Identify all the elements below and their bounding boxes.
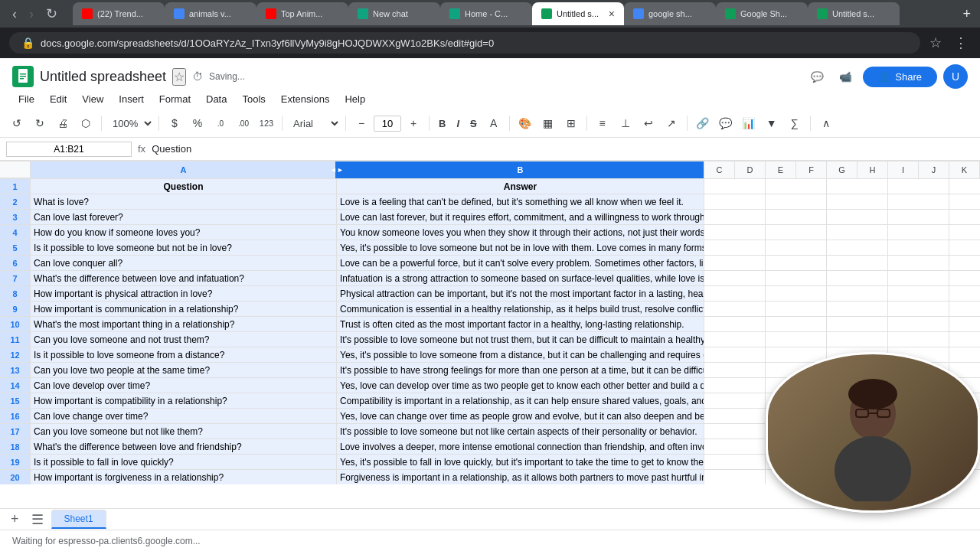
filter-button[interactable]: ▼ [761,112,782,134]
chart-button[interactable]: 📊 [738,112,760,134]
cell-col-g[interactable] [949,194,980,209]
row-number[interactable]: 14 [0,378,31,393]
forward-button[interactable]: › [26,5,37,24]
cell-col-c[interactable] [704,455,766,469]
row-number[interactable]: 3 [0,210,31,224]
tab-9-close[interactable]: × [884,8,890,20]
tab-4[interactable]: New chat × [348,2,440,25]
row-number[interactable]: 12 [0,347,31,362]
col-header-g[interactable]: G [827,161,858,178]
italic-button[interactable]: I [452,116,464,131]
cell-a[interactable]: What's the most important thing in a rel… [31,317,337,331]
cell-col-d[interactable] [766,210,827,224]
col-b-left-resize[interactable]: ◄► [335,161,338,178]
sheet-menu-button[interactable]: ☰ [27,510,48,530]
cell-a[interactable]: Can love last forever? [31,210,337,224]
format-decrease-decimal-button[interactable]: .0 [210,112,231,134]
cell-col-f[interactable] [888,194,949,209]
cell-col-e[interactable] [827,286,888,301]
col-header-f[interactable]: F [796,161,827,178]
tab-5[interactable]: Home - C... × [440,2,532,25]
cell-a[interactable]: What's the difference between love and i… [31,271,337,285]
col-header-c[interactable]: C [704,161,735,178]
row-number[interactable]: 13 [0,363,31,377]
cell-b[interactable]: Yes, love can change over time as people… [337,409,704,423]
cell-b[interactable]: Trust is often cited as the most importa… [337,317,704,331]
print-button[interactable]: 🖨 [52,112,74,134]
comments-button[interactable]: 💬 [806,67,828,87]
cell-b[interactable]: Love can be a powerful force, but it can… [337,256,704,270]
cell-col-d[interactable] [766,225,827,240]
cell-a[interactable]: Can you love someone but not like them? [31,424,337,439]
star-button[interactable]: ☆ [172,68,186,86]
tab-6-close[interactable]: × [609,8,615,20]
cell-col-g[interactable] [949,286,980,301]
col-header-h[interactable]: H [858,161,888,178]
cell-b[interactable]: It's possible to love someone but not li… [337,424,704,439]
cell-col-e[interactable] [827,271,888,285]
cell-col-f[interactable] [888,271,949,285]
cell-a[interactable]: Is it possible to love someone from a di… [31,347,337,362]
cell-col-g[interactable] [949,317,980,331]
row-number[interactable]: 16 [0,409,31,423]
cell-col-f[interactable] [888,286,949,301]
cell-col-d[interactable] [766,271,827,285]
cell-col-c[interactable] [704,286,766,301]
col-header-k[interactable]: K [949,161,980,178]
align-button[interactable]: ≡ [592,112,613,134]
row-number[interactable]: 11 [0,332,31,347]
cell-col-c[interactable] [704,271,766,285]
tab-3-close[interactable]: × [333,8,339,20]
share-button[interactable]: 👤 Share [863,67,937,87]
cell-b[interactable]: Yes, it's possible to fall in love quick… [337,455,704,469]
col-header-i[interactable]: I [888,161,919,178]
row-number[interactable]: 20 [0,470,31,484]
tab-1[interactable]: (22) Trend... × [73,2,165,25]
tab-2-close[interactable]: × [241,8,247,20]
cell-b[interactable]: It's possible to have strong feelings fo… [337,363,704,377]
comment-button[interactable]: 💬 [715,112,737,134]
tab-7[interactable]: google sh... × [624,2,716,25]
cell-b[interactable]: Forgiveness is important in a relationsh… [337,470,704,484]
col-header-e[interactable]: E [766,161,796,178]
row-number[interactable]: 8 [0,286,31,301]
cell-col-c[interactable] [704,194,766,209]
cell-a[interactable]: Is it possible to fall in love quickly? [31,455,337,469]
menu-insert[interactable]: Insert [113,90,150,108]
format-increase-decimal-button[interactable]: .00 [233,112,254,134]
tab-8[interactable]: Google Sh... × [716,2,808,25]
cell-col-c[interactable] [704,302,766,316]
row-number[interactable]: 4 [0,225,31,240]
browser-menu-button[interactable]: ⋮ [951,31,971,54]
col-header-a[interactable]: A [31,161,337,178]
menu-view[interactable]: View [76,90,109,108]
address-bar[interactable]: 🔒 docs.google.com/spreadsheets/d/1OOaRYz… [9,32,920,54]
cell-col-c[interactable] [704,378,766,393]
cell-col-d[interactable] [766,194,827,209]
link-button[interactable]: 🔗 [692,112,714,134]
tab-5-close[interactable]: × [517,8,523,20]
text-color-button[interactable]: A [483,112,505,134]
refresh-button[interactable]: ↻ [43,4,60,24]
cell-col-c[interactable] [704,317,766,331]
menu-tools[interactable]: Tools [236,90,271,108]
cell-col-d[interactable] [766,317,827,331]
cell-b[interactable]: Communication is essential in a healthy … [337,302,704,316]
cell-col-g[interactable] [949,271,980,285]
cell-col-c[interactable] [704,409,766,423]
menu-format[interactable]: Format [153,90,197,108]
row-number[interactable]: 2 [0,194,31,209]
cell-col-c[interactable] [704,179,766,194]
cell-col-d[interactable] [766,302,827,316]
tab-3[interactable]: Top Anim... × [256,2,348,25]
cell-col-e[interactable] [827,179,888,194]
format-currency-button[interactable]: $ [164,112,185,134]
format-percent-button[interactable]: % [187,112,208,134]
cell-a[interactable]: Can you love two people at the same time… [31,363,337,377]
column-b-header[interactable]: Answer [337,179,704,194]
cell-b[interactable]: Compatibility is important in a relation… [337,393,704,408]
borders-button[interactable]: ▦ [537,112,559,134]
row-number[interactable]: 15 [0,393,31,408]
cell-col-g[interactable] [949,302,980,316]
menu-file[interactable]: File [12,90,41,108]
